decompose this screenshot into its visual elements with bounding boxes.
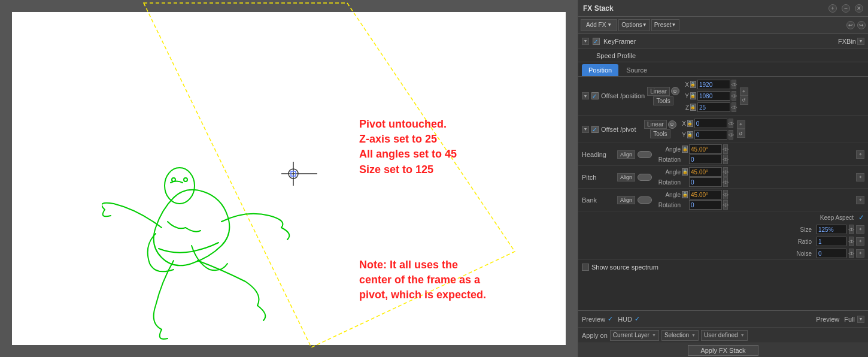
tabs-row: Position Source (578, 62, 868, 77)
noise-arrow[interactable]: ◁▷ (849, 249, 854, 258)
y-arrow[interactable]: ◁▷ (732, 91, 736, 101)
pivot-x-lock[interactable]: 🔒 (687, 120, 693, 127)
redo-btn[interactable]: ↪ (857, 21, 866, 29)
offset-pos-collapse[interactable]: ▼ (582, 92, 589, 99)
panel-min-btn[interactable]: – (842, 4, 850, 13)
side-icon-1[interactable]: ⌖ (740, 87, 748, 96)
offset-pivot-interp: Linear (644, 120, 667, 129)
offset-pos-side-icons: ⌖ ↺ (740, 87, 748, 105)
ratio-arrow[interactable]: ◁▷ (849, 237, 854, 246)
size-value[interactable] (817, 225, 846, 234)
pivot-y-lock[interactable]: 🔒 (687, 131, 693, 138)
ratio-label: Ratio (791, 238, 812, 245)
pivot-x-value[interactable] (694, 119, 727, 128)
size-arrow[interactable]: ◁▷ (849, 225, 854, 234)
bank-align-btn[interactable]: Align (617, 196, 635, 204)
pitch-rotation-value[interactable] (689, 177, 722, 187)
offset-pos-interp-btn[interactable]: ⊙ (671, 87, 679, 95)
noise-label: Noise (791, 250, 812, 257)
offset-pos-check[interactable] (591, 92, 599, 99)
undo-btn[interactable]: ↩ (846, 21, 855, 29)
heading-angle-value[interactable] (689, 144, 722, 154)
pitch-align-btn[interactable]: Align (617, 173, 635, 181)
preview-label: Preview (582, 316, 605, 323)
user-defined-dropdown[interactable]: User defined ▼ (701, 330, 748, 341)
pitch-align-toggle[interactable] (638, 174, 652, 181)
pitch-angle-value[interactable] (689, 167, 722, 177)
spectrum-check[interactable] (582, 264, 589, 271)
preview-check[interactable]: ✓ (608, 315, 613, 323)
tab-source[interactable]: Source (620, 64, 654, 76)
heading-section: Heading Align Angle 🔒 ◁▷ Rotation ◁▷ (578, 143, 868, 166)
panel-close-btn[interactable]: ✕ (855, 4, 863, 13)
ratio-side-icon[interactable]: ⌖ (856, 237, 864, 246)
side-icon-2[interactable]: ↺ (740, 96, 748, 105)
pivot-side-icon-1[interactable]: ⌖ (737, 120, 745, 129)
bank-align-toggle[interactable] (638, 196, 652, 204)
heading-rotation-arrow[interactable]: ◁▷ (723, 155, 728, 164)
fx-enabled-check[interactable] (593, 38, 600, 45)
x-arrow[interactable]: ◁▷ (732, 80, 736, 89)
keep-aspect-label: Keep Aspect (820, 214, 854, 221)
heading-angle-lock[interactable]: 🔒 (682, 146, 688, 153)
bank-angle-arrow[interactable]: ◁▷ (723, 190, 728, 199)
heading-rotation-value[interactable] (689, 155, 722, 164)
y-lock[interactable]: 🔒 (690, 92, 696, 99)
pitch-rotation-arrow[interactable]: ◁▷ (723, 177, 728, 187)
offset-pivot-check[interactable] (591, 126, 599, 133)
panel-toolbar: Add FX ▼ Options ▼ Preset ▼ ↩ ↪ (578, 17, 868, 34)
bank-rotation-arrow[interactable]: ◁▷ (723, 200, 728, 210)
options-dropdown[interactable]: Options ▼ (618, 19, 650, 31)
current-layer-dropdown[interactable]: Current Layer ▼ (610, 330, 659, 341)
keep-aspect-check[interactable]: ✓ (858, 213, 864, 222)
z-value[interactable] (697, 102, 730, 112)
bank-label: Bank (582, 196, 615, 204)
offset-pivot-section: ▼ Offset /pivot Linear ⊙ Tools (578, 116, 868, 143)
heading-align-btn[interactable]: Align (617, 150, 635, 159)
spectrum-row: Show source spectrum (578, 259, 868, 274)
right-panel: FX Stack + – ✕ Add FX ▼ Options ▼ Preset… (578, 0, 868, 357)
bank-row: Bank Align Angle 🔒 ◁▷ Rotation ◁▷ (578, 189, 868, 211)
preview-full-btn[interactable]: ▼ (857, 316, 864, 323)
apply-fx-stack-btn[interactable]: Apply FX Stack (688, 345, 758, 356)
pitch-angle-arrow[interactable]: ◁▷ (723, 167, 728, 177)
heading-align-toggle[interactable] (638, 151, 652, 158)
panel-pin-btn[interactable]: + (828, 4, 837, 13)
add-fx-btn[interactable]: Add FX ▼ (581, 19, 617, 31)
pitch-side-icon[interactable]: ⌖ (856, 173, 864, 181)
offset-pivot-interp-btn[interactable]: ⊙ (668, 120, 676, 129)
bank-angle-value[interactable] (689, 190, 722, 199)
fxbin-btn[interactable]: ▼ (857, 38, 864, 45)
pitch-angle-lock[interactable]: 🔒 (682, 168, 688, 176)
noise-side-icon[interactable]: ⌖ (856, 249, 864, 258)
pivot-side-icon-2[interactable]: ↺ (737, 129, 745, 138)
pivot-x-arrow[interactable]: ◁▷ (729, 119, 733, 128)
spectrum-label: Show source spectrum (591, 264, 658, 271)
bank-fields: Angle 🔒 ◁▷ Rotation ◁▷ (657, 190, 854, 210)
heading-angle-arrow[interactable]: ◁▷ (723, 144, 728, 154)
bank-rotation-value[interactable] (689, 200, 722, 210)
selection-dropdown[interactable]: Selection ▼ (661, 330, 699, 341)
z-arrow[interactable]: ◁▷ (732, 102, 736, 112)
offset-pivot-collapse[interactable]: ▼ (582, 126, 589, 133)
fx-collapse-btn[interactable]: ▼ (582, 38, 589, 45)
offset-pivot-xy: X 🔒 ◁▷ Y 🔒 ◁▷ (679, 118, 733, 140)
z-lock[interactable]: 🔒 (690, 104, 696, 111)
pivot-y-value[interactable] (694, 130, 727, 140)
offset-pivot-label: Offset /pivot (601, 126, 636, 133)
bank-side-icon[interactable]: ⌖ (856, 196, 864, 204)
pitch-section: Pitch Align Angle 🔒 ◁▷ Rotation ◁▷ (578, 166, 868, 189)
preset-dropdown[interactable]: Preset ▼ (651, 19, 679, 31)
noise-value[interactable] (817, 249, 846, 258)
y-value[interactable] (697, 91, 730, 101)
tab-position[interactable]: Position (582, 64, 618, 76)
bank-angle-lock[interactable]: 🔒 (682, 191, 688, 198)
hud-check[interactable]: ✓ (635, 315, 640, 323)
x-lock[interactable]: 🔒 (690, 81, 696, 88)
ratio-value[interactable] (817, 237, 846, 246)
pivot-y-arrow[interactable]: ◁▷ (729, 130, 733, 140)
preview-section: Preview ✓ (582, 315, 613, 323)
size-side-icon[interactable]: ⌖ (856, 225, 864, 234)
heading-side-icon[interactable]: ⌖ (856, 150, 864, 159)
x-value[interactable] (697, 80, 730, 89)
